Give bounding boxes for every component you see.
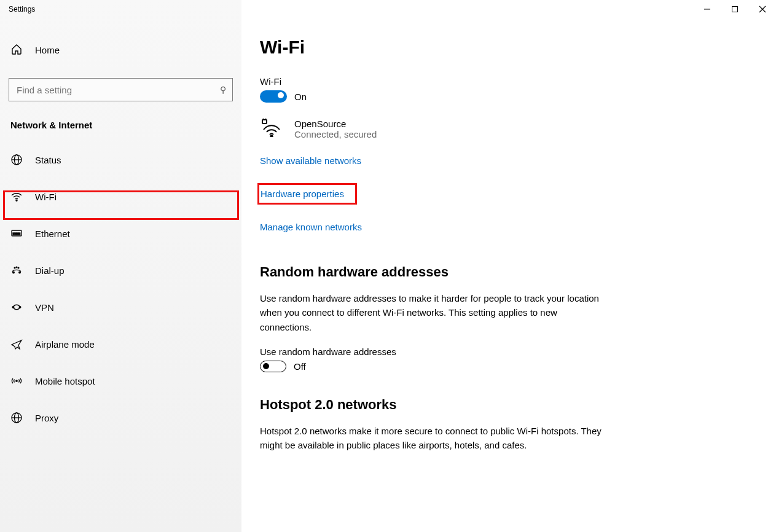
search-icon: ⚲ — [220, 85, 226, 95]
svg-rect-5 — [15, 233, 16, 235]
random-addresses-toggle-label: Off — [294, 361, 306, 372]
search-input[interactable] — [15, 84, 220, 96]
sidebar-item-proxy[interactable]: Proxy — [0, 404, 241, 431]
svg-rect-6 — [17, 233, 18, 235]
annotation-highlight-hardware-properties: Hardware properties — [257, 183, 357, 205]
sidebar-item-wifi[interactable]: Wi-Fi — [0, 183, 241, 210]
airplane-icon — [10, 338, 23, 350]
svg-point-2 — [16, 200, 17, 201]
proxy-icon — [10, 412, 23, 424]
svg-point-11 — [14, 267, 15, 268]
svg-rect-7 — [19, 233, 20, 235]
sidebar-item-ethernet[interactable]: Ethernet — [0, 220, 241, 247]
sidebar-item-label: VPN — [35, 302, 54, 313]
home-label: Home — [35, 45, 60, 55]
sidebar-item-label: Airplane mode — [35, 339, 95, 350]
sidebar-item-dialup[interactable]: Dial-up — [0, 257, 241, 284]
hotspot-heading: Hotspot 2.0 networks — [260, 397, 758, 413]
random-addresses-heading: Random hardware addresses — [260, 264, 758, 280]
sidebar-item-label: Mobile hotspot — [35, 376, 95, 386]
sidebar: Home ⚲ Network & Internet Status — [0, 0, 241, 532]
link-hardware-properties[interactable]: Hardware properties — [261, 189, 344, 199]
ethernet-icon — [10, 227, 23, 240]
sidebar-item-status[interactable]: Status — [0, 146, 241, 173]
hotspot-description: Hotspot 2.0 networks make it more secure… — [260, 424, 604, 453]
sidebar-item-airplane[interactable]: Airplane mode — [0, 331, 241, 358]
wifi-toggle[interactable] — [260, 90, 287, 103]
page-title: Wi-Fi — [260, 37, 758, 58]
hotspot-icon — [10, 375, 23, 387]
random-addresses-toggle[interactable] — [260, 361, 286, 372]
wifi-toggle-row: On — [260, 90, 758, 103]
svg-point-10 — [16, 267, 17, 268]
network-name: OpenSource — [294, 119, 377, 129]
svg-point-15 — [16, 380, 17, 381]
wifi-icon — [10, 190, 23, 203]
window-title: Settings — [0, 5, 35, 14]
random-addresses-toggle-caption: Use random hardware addresses — [260, 346, 758, 357]
svg-point-8 — [13, 272, 15, 273]
link-show-available-networks[interactable]: Show available networks — [260, 155, 361, 166]
sidebar-item-label: Wi-Fi — [35, 192, 57, 202]
home-icon — [10, 43, 23, 57]
status-icon — [10, 154, 23, 166]
link-manage-known-networks[interactable]: Manage known networks — [260, 222, 362, 232]
sidebar-item-label: Status — [35, 155, 61, 165]
search-input-wrapper[interactable]: ⚲ — [9, 78, 233, 101]
main-content: Wi-Fi Wi-Fi On OpenSource Connected, sec… — [241, 0, 776, 532]
wifi-section-label: Wi-Fi — [260, 76, 758, 87]
svg-rect-23 — [262, 120, 267, 123]
sidebar-nav-list: Status Wi-Fi — [0, 146, 241, 431]
wifi-secured-icon — [260, 119, 283, 139]
sidebar-item-home[interactable]: Home — [0, 37, 241, 63]
svg-rect-4 — [13, 233, 14, 235]
dialup-icon — [10, 264, 23, 276]
sidebar-section-title: Network & Internet — [0, 101, 241, 141]
svg-point-22 — [270, 135, 272, 137]
svg-point-12 — [18, 267, 19, 268]
wifi-toggle-label: On — [294, 92, 307, 102]
random-addresses-toggle-row: Off — [260, 361, 758, 372]
sidebar-item-label: Proxy — [35, 413, 58, 423]
vpn-icon — [10, 301, 23, 313]
sidebar-item-hotspot[interactable]: Mobile hotspot — [0, 367, 241, 394]
random-addresses-description: Use random hardware addresses to make it… — [260, 291, 604, 334]
connected-network[interactable]: OpenSource Connected, secured — [260, 119, 758, 139]
svg-point-9 — [19, 272, 21, 273]
sidebar-item-label: Ethernet — [35, 229, 70, 239]
network-status: Connected, secured — [294, 129, 377, 139]
sidebar-item-vpn[interactable]: VPN — [0, 294, 241, 321]
sidebar-item-label: Dial-up — [35, 265, 65, 276]
